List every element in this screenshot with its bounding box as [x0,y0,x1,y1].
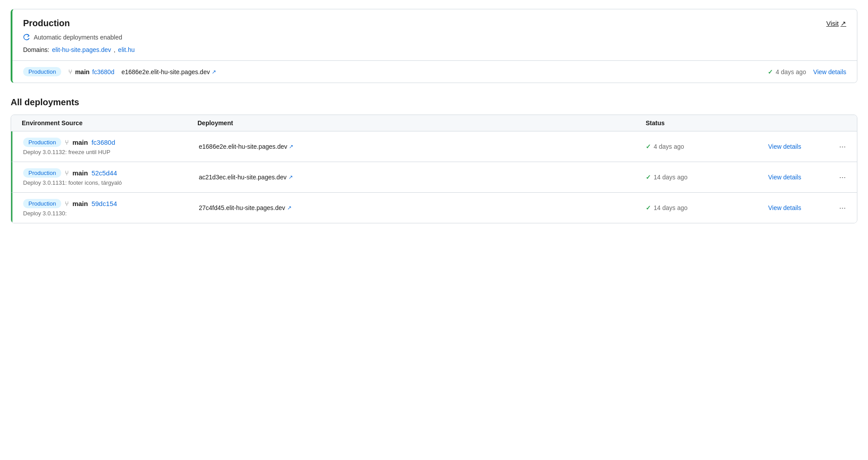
table-header: Environment Source Deployment Status [11,115,857,131]
row3-ext-icon: ↗ [287,205,292,211]
card-view-details[interactable]: View details [813,68,846,75]
row3-view-details[interactable]: View details [768,204,830,211]
header-env-source: Environment Source [22,119,190,127]
table-row: Production ⑂ main fc3680d Deploy 3.0.113… [11,131,857,162]
row1-commit[interactable]: fc3680d [91,139,115,146]
row2-deploy-desc: Deploy 3.0.1131: footer icons, tárgyaló [23,179,192,186]
branch-icon: ⑂ [68,68,72,75]
row2-branch-name: main [72,169,88,177]
row1-more-button[interactable]: ··· [837,142,846,151]
row1-badge: Production [23,138,61,147]
row3-branch-name: main [72,200,88,207]
row3-status: ✓ 14 days ago [646,204,761,211]
card-deployment-row: Production ⑂ main fc3680d e1686e2e.elit-… [12,60,857,83]
domains-label: Domains: [23,46,49,53]
row2-view-details[interactable]: View details [768,174,830,181]
row1-url-text: e1686e2e.elit-hu-site.pages.dev [199,143,287,150]
all-deployments-title: All deployments [11,97,857,107]
table-row: Production ⑂ main 59dc154 Deploy 3.0.113… [11,193,857,223]
deployments-table: Environment Source Deployment Status Pro… [11,115,857,223]
env-source-cell-1: Production ⑂ main fc3680d Deploy 3.0.113… [23,138,192,155]
row1-check-icon: ✓ [646,143,651,150]
card-env-badge: Production [23,67,61,76]
row1-branch-name: main [72,139,88,146]
row2-status: ✓ 14 days ago [646,174,761,181]
header-status: Status [646,119,761,127]
card-title-row: Production Visit ↗ [23,18,846,28]
header-more [837,119,846,127]
row2-commit[interactable]: 52c5d44 [91,169,117,177]
row2-url-text: ac21d3ec.elit-hu-site.pages.dev [199,174,287,181]
production-card: Production Visit ↗ Automatic deployments… [11,9,857,83]
row3-url-text: 27c4fd45.elit-hu-site.pages.dev [199,204,285,211]
visit-link[interactable]: Visit ↗ [826,20,846,28]
row2-deployment-url: ac21d3ec.elit-hu-site.pages.dev ↗ [199,174,639,181]
row3-time: 14 days ago [654,204,687,211]
domains-row: Domains: elit-hu-site.pages.dev, elit.hu [23,46,846,53]
card-branch-row: ⑂ main fc3680d [68,68,114,75]
row2-time: 14 days ago [654,174,687,181]
row1-deploy-desc: Deploy 3.0.1132: freeze until HUP [23,149,192,155]
row1-status: ✓ 4 days ago [646,143,761,150]
row1-deployment-url: e1686e2e.elit-hu-site.pages.dev ↗ [199,143,639,150]
row3-deploy-desc: Deploy 3.0.1130: [23,210,192,217]
card-check-icon: ✓ [768,68,773,75]
card-branch-name: main [75,68,90,75]
row2-check-icon: ✓ [646,174,651,181]
env-source-top-2: Production ⑂ main 52c5d44 [23,168,192,178]
card-title: Production [23,18,70,28]
table-row: Production ⑂ main 52c5d44 Deploy 3.0.113… [11,162,857,193]
row3-deployment-url: 27c4fd45.elit-hu-site.pages.dev ↗ [199,204,639,211]
row3-check-icon: ✓ [646,204,651,211]
row3-branch-icon: ⑂ [65,200,69,207]
auto-deploy-row: Automatic deployments enabled [23,34,846,41]
external-link-icon: ↗ [840,20,846,28]
card-deployment-url: e1686e2e.elit-hu-site.pages.dev ↗ [122,68,216,75]
row2-ext-icon: ↗ [288,174,293,180]
env-source-cell-2: Production ⑂ main 52c5d44 Deploy 3.0.113… [23,168,192,186]
row3-more-button[interactable]: ··· [837,203,846,213]
card-url-ext-icon: ↗ [212,69,216,75]
row1-ext-icon: ↗ [289,143,293,150]
row1-branch-icon: ⑂ [65,139,69,146]
header-actions [768,119,830,127]
env-source-top-3: Production ⑂ main 59dc154 [23,199,192,208]
card-header: Production Visit ↗ Automatic deployments… [12,9,857,60]
card-time: 4 days ago [776,68,806,75]
row1-time: 4 days ago [654,143,684,150]
row1-view-details[interactable]: View details [768,143,830,150]
visit-label: Visit [826,20,839,27]
auto-deploy-text: Automatic deployments enabled [34,34,122,41]
row2-branch-icon: ⑂ [65,169,69,177]
row3-badge: Production [23,199,61,208]
card-url-text: e1686e2e.elit-hu-site.pages.dev [122,68,210,75]
row3-commit[interactable]: 59dc154 [91,200,117,207]
env-source-cell-3: Production ⑂ main 59dc154 Deploy 3.0.113… [23,199,192,217]
domain2-link[interactable]: elit.hu [118,46,134,53]
refresh-icon [23,34,30,41]
card-commit-link[interactable]: fc3680d [92,68,114,75]
card-status-row: ✓ 4 days ago [768,68,806,75]
domain1-link[interactable]: elit-hu-site.pages.dev [52,46,111,53]
row2-more-button[interactable]: ··· [837,172,846,182]
env-source-top-1: Production ⑂ main fc3680d [23,138,192,147]
row2-badge: Production [23,168,61,178]
header-deployment: Deployment [197,119,639,127]
